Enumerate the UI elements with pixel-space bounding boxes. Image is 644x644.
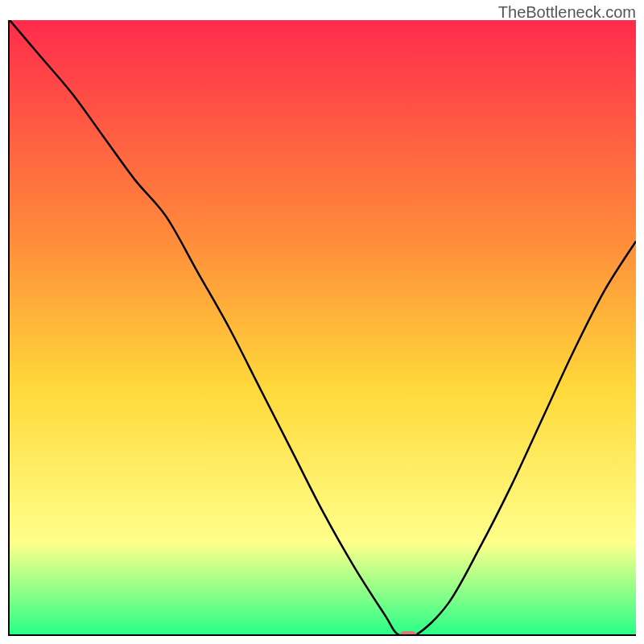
- plot-area: [8, 20, 636, 636]
- optimal-marker: [399, 631, 417, 636]
- watermark-text: TheBottleneck.com: [498, 3, 636, 22]
- bottleneck-chart: TheBottleneck.com: [0, 0, 644, 644]
- bottleneck-curve: [10, 20, 636, 634]
